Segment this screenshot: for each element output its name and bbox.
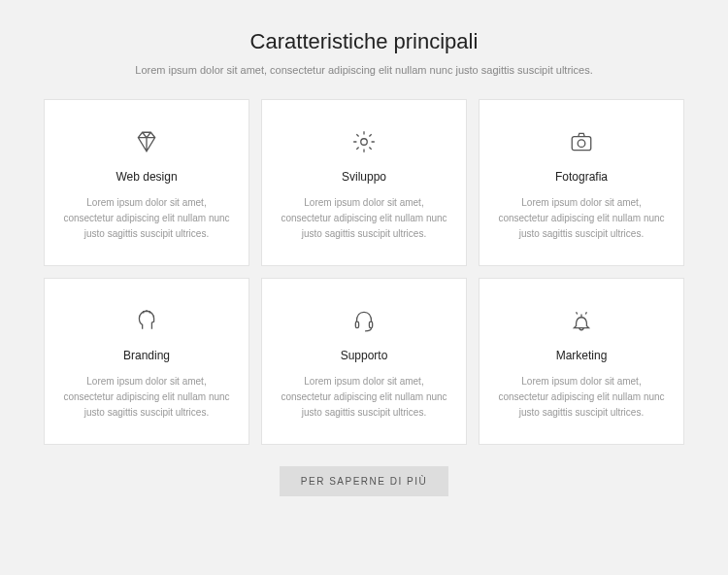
card-fotografia: Fotografia Lorem ipsum dolor sit amet, c… (479, 99, 684, 266)
card-title: Sviluppo (280, 170, 448, 184)
head-icon (62, 306, 231, 335)
page-subtitle: Lorem ipsum dolor sit amet, consectetur … (44, 64, 684, 76)
svg-point-0 (361, 139, 368, 146)
svg-rect-1 (572, 137, 591, 151)
svg-point-2 (578, 140, 585, 148)
card-text: Lorem ipsum dolor sit amet, consectetur … (497, 374, 666, 421)
svg-rect-4 (369, 321, 372, 328)
card-supporto: Supporto Lorem ipsum dolor sit amet, con… (261, 278, 467, 445)
card-text: Lorem ipsum dolor sit amet, consectetur … (280, 374, 448, 421)
card-title: Fotografia (497, 170, 666, 184)
card-text: Lorem ipsum dolor sit amet, consectetur … (497, 195, 666, 242)
diamond-icon (62, 127, 231, 156)
card-title: Marketing (497, 349, 666, 362)
card-title: Web design (62, 170, 231, 184)
card-sviluppo: Sviluppo Lorem ipsum dolor sit amet, con… (261, 99, 467, 266)
page-title: Caratteristiche principali (44, 29, 684, 54)
bell-icon (497, 306, 666, 335)
header: Caratteristiche principali Lorem ipsum d… (44, 29, 684, 76)
card-text: Lorem ipsum dolor sit amet, consectetur … (62, 374, 231, 421)
card-title: Supporto (280, 349, 448, 362)
card-title: Branding (62, 349, 231, 362)
svg-rect-3 (355, 321, 358, 328)
gear-icon (280, 127, 448, 156)
footer: PER SAPERNE DI PIÙ (44, 466, 684, 496)
features-grid: Web design Lorem ipsum dolor sit amet, c… (44, 99, 684, 445)
camera-icon (497, 127, 666, 156)
card-branding: Branding Lorem ipsum dolor sit amet, con… (44, 278, 249, 445)
card-text: Lorem ipsum dolor sit amet, consectetur … (62, 195, 231, 242)
learn-more-button[interactable]: PER SAPERNE DI PIÙ (280, 466, 448, 496)
card-web-design: Web design Lorem ipsum dolor sit amet, c… (44, 99, 249, 266)
card-text: Lorem ipsum dolor sit amet, consectetur … (280, 195, 448, 242)
headset-icon (280, 306, 448, 335)
card-marketing: Marketing Lorem ipsum dolor sit amet, co… (479, 278, 684, 445)
